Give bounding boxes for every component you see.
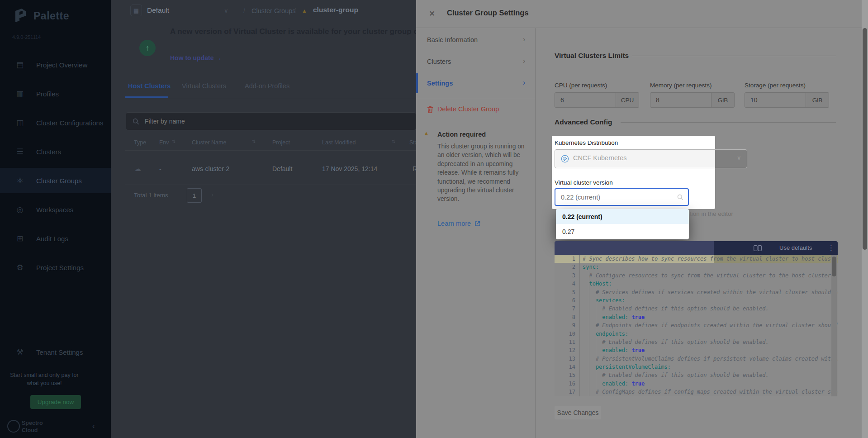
document-icon: ◫ — [15, 118, 24, 128]
memory-label: Memory (per requests) — [650, 82, 712, 89]
col-header-env[interactable]: Env — [159, 139, 169, 146]
k8s-distribution-select[interactable]: CNCF Kubernetes ∨ — [555, 149, 747, 168]
search-input[interactable] — [144, 117, 416, 125]
tabs-divider — [125, 98, 416, 98]
col-header-last-modified[interactable]: Last Modified — [322, 139, 356, 146]
sort-icon[interactable]: ⇅ — [172, 139, 175, 144]
kebab-menu-icon[interactable]: ⋮ — [828, 244, 835, 252]
editor-toolbar: Use defaults ⋮ — [555, 241, 838, 255]
sidebar-item-profiles[interactable]: ▥ Profiles — [0, 81, 111, 106]
code-line: 4 toHost: — [555, 280, 838, 288]
how-to-update-link[interactable]: How to update → — [170, 54, 222, 62]
col-header-type[interactable]: Type — [134, 139, 146, 146]
sidebar-item-cluster-configurations[interactable]: ◫ Cluster Configurations — [0, 110, 111, 135]
main-content: ▦ Default ∨ / Cluster Groups / ▲ cluster… — [111, 0, 416, 438]
cloud-icon: ☁ — [134, 165, 141, 173]
panel-nav-clusters[interactable]: Clusters — [427, 58, 451, 65]
sidebar-item-workspaces[interactable]: ◎ Workspaces — [0, 197, 111, 222]
chart-icon: ▤ — [15, 60, 24, 70]
external-link-icon — [474, 221, 480, 227]
advanced-config-heading: Advanced Config — [555, 118, 612, 126]
table-row[interactable]: ☁ - aws-cluster-2 Default 17 Nov 2025, 1… — [111, 154, 416, 185]
sort-icon[interactable]: ⇅ — [392, 139, 395, 144]
tab-host-clusters[interactable]: Host Clusters — [128, 82, 171, 90]
code-line: 3 # Configure resources to sync from the… — [555, 271, 838, 280]
code-line: 13 # PersistentVolumeClaims defines if p… — [555, 355, 838, 363]
use-defaults-button[interactable]: Use defaults — [779, 244, 812, 251]
memory-input[interactable] — [650, 93, 711, 107]
panel-title: Cluster Group Settings — [447, 9, 529, 17]
nodes-icon: ⚛ — [15, 176, 24, 186]
warning-triangle-icon: ▲ — [302, 8, 307, 14]
sidebar-item-tenant-settings[interactable]: ⚒ Tenant Settings — [0, 339, 111, 365]
kubernetes-icon — [561, 155, 569, 163]
code-line: 11 # Enabled defines if this option shou… — [555, 338, 838, 346]
cpu-input[interactable] — [555, 93, 616, 107]
section-divider — [621, 122, 836, 123]
code-area[interactable]: 1# Sync describes how to sync resources … — [555, 255, 838, 396]
col-header-project[interactable]: Project — [272, 139, 290, 146]
chevron-right-icon: › — [523, 57, 525, 65]
tools-icon: ⚒ — [15, 348, 24, 357]
sidebar-item-clusters[interactable]: ☰ Clusters — [0, 139, 111, 164]
cell-status: R — [413, 165, 416, 172]
storage-unit: GiB — [806, 93, 829, 107]
storage-field: GiB — [745, 92, 829, 108]
page-scrollbar-thumb[interactable] — [863, 28, 867, 250]
delete-cluster-group-button[interactable]: Delete Cluster Group — [437, 105, 499, 113]
version-dropdown: 0.22 (current) 0.27 — [556, 209, 689, 239]
brand-name-line2: Cloud — [22, 427, 38, 433]
close-icon[interactable]: ✕ — [429, 9, 435, 19]
col-header-cluster-name[interactable]: Cluster Name — [192, 139, 226, 146]
version-search-input[interactable] — [560, 193, 677, 201]
sidebar-item-project-overview[interactable]: ▤ Project Overview — [0, 52, 111, 77]
panel-nav-settings[interactable]: Settings — [427, 80, 453, 87]
banner-body: Updating to the latest version may requi… — [170, 42, 395, 49]
panel-nav-basic-information[interactable]: Basic Information — [427, 36, 478, 43]
sort-icon[interactable]: ⇅ — [252, 139, 256, 144]
search-icon — [677, 194, 683, 200]
sidebar-item-project-settings[interactable]: ⚙ Project Settings — [0, 255, 111, 280]
chevron-down-icon[interactable]: ∨ — [224, 7, 228, 14]
action-required-body: This cluster group is running on an olde… — [437, 142, 526, 204]
code-line: 8 enabled: true — [555, 313, 838, 321]
upgrade-now-button[interactable]: Upgrade now — [30, 395, 81, 409]
breadcrumb-separator: / — [243, 7, 245, 14]
upgrade-arrow-icon: ↑ — [139, 40, 156, 56]
cpu-label: CPU (per requests) — [555, 82, 607, 89]
chevron-right-icon: › — [523, 79, 525, 87]
trash-icon — [427, 106, 433, 113]
k8s-distribution-value: CNCF Kubernetes — [573, 154, 626, 162]
yaml-editor: Use defaults ⋮ 1# Sync describes how to … — [555, 241, 838, 396]
version-select[interactable] — [555, 188, 689, 206]
arrow-right-icon: → — [215, 54, 222, 62]
spectro-cloud-logo-icon — [7, 420, 20, 433]
tab-add-on-profiles[interactable]: Add-on Profiles — [245, 82, 289, 90]
save-changes-button[interactable]: Save Changes — [555, 406, 601, 419]
sidebar: Palette 4.9.0-251114 ▤ Project Overview … — [0, 0, 111, 438]
cell-last-modified: 17 Nov 2025, 12:14 — [322, 165, 377, 172]
table-header-divider — [125, 150, 416, 151]
pagination-page-1[interactable]: 1 — [187, 188, 202, 203]
brand-name-line1: Spectro — [22, 420, 43, 426]
pagination-next-icon[interactable]: › — [211, 191, 213, 198]
cluster-group-settings-panel: ✕ Cluster Group Settings Basic Informati… — [416, 0, 868, 438]
editor-scrollbar-thumb[interactable] — [832, 257, 836, 276]
storage-input[interactable] — [745, 93, 806, 107]
col-header-status[interactable]: Sta — [409, 139, 416, 146]
sidebar-item-cluster-groups[interactable]: ⚛ Cluster Groups — [0, 168, 111, 193]
nav-divider — [416, 98, 535, 98]
dropdown-option-027[interactable]: 0.27 — [556, 224, 689, 239]
project-select[interactable]: Default — [147, 6, 169, 14]
dropdown-option-current[interactable]: 0.22 (current) — [556, 209, 689, 224]
tour-spotlight: Kubernetes Distribution CNCF Kubernetes … — [552, 136, 715, 209]
tab-virtual-clusters[interactable]: Virtual Clusters — [182, 82, 226, 90]
search-box — [126, 112, 416, 130]
sidebar-collapse-icon[interactable]: ‹ — [92, 422, 95, 431]
learn-more-link[interactable]: Learn more — [437, 220, 480, 227]
breadcrumb-cluster-groups[interactable]: Cluster Groups — [251, 7, 296, 14]
sidebar-item-audit-logs[interactable]: ⊞ Audit Logs — [0, 226, 111, 251]
code-line: 16 enabled: true — [555, 380, 838, 388]
split-view-icon[interactable] — [754, 245, 762, 251]
palette-logo-icon — [12, 7, 29, 24]
